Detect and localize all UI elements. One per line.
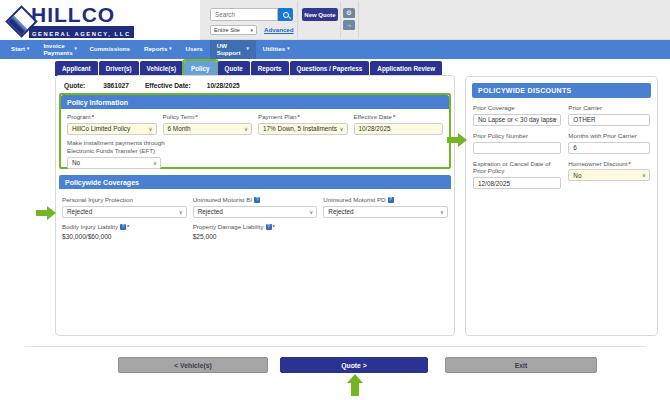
tab-policy[interactable]: Policy xyxy=(184,61,217,76)
policy-main-card: Quote: 3861027 Effective Date: 10/28/202… xyxy=(55,75,455,336)
info-icon[interactable]: ? xyxy=(254,197,260,203)
field-prior-coverage: Prior Coverage No Lapse or < 30 day laps… xyxy=(473,104,561,126)
uninsured-motorist-pd-select[interactable]: Rejected xyxy=(323,206,448,218)
program-select[interactable]: HillCo Limited Policy xyxy=(67,123,157,135)
info-icon[interactable]: ? xyxy=(120,224,126,230)
field-months-with-prior-carrier: Months with Prior Carrier xyxy=(568,132,650,154)
nav-item-start[interactable]: Start▾ xyxy=(4,40,36,59)
payment-plan-select[interactable]: 17% Down, 5 Installments xyxy=(258,123,348,135)
exit-button[interactable]: Exit xyxy=(445,357,597,373)
homeowner-discount-select[interactable]: No xyxy=(568,169,650,181)
quote-info-bar: Quote: 3861027 Effective Date: 10/28/202… xyxy=(56,76,454,93)
policy-term-select[interactable]: 6 Month xyxy=(163,123,253,135)
required-marker: * xyxy=(393,113,395,120)
dropdown-caret-icon: ▾ xyxy=(75,47,77,52)
effective-date-input[interactable] xyxy=(359,125,439,132)
annotation-arrow-bodily-injury xyxy=(36,206,56,220)
field-eft: Make installment payments through Electr… xyxy=(61,137,449,171)
policy-information-section: Policy Information Program* HillCo Limit… xyxy=(59,93,451,169)
company-logo: HILLCO GENERAL AGENCY, LLC xyxy=(8,4,134,38)
top-header: HILLCO GENERAL AGENCY, LLC Entire Site ▾… xyxy=(0,0,670,40)
quote-tabs: Applicant Driver(s) Vehicle(s) Policy Qu… xyxy=(55,61,443,76)
quote-number: 3861027 xyxy=(103,82,129,89)
annotation-arrow-prior-policy-number xyxy=(447,133,467,147)
search-button[interactable] xyxy=(278,8,293,21)
page: HILLCO GENERAL AGENCY, LLC Entire Site ▾… xyxy=(0,0,670,400)
back-vehicles-button[interactable]: < Vehicle(s) xyxy=(118,357,268,373)
tab-quote[interactable]: Quote xyxy=(218,61,250,76)
logout-button[interactable]: → xyxy=(343,20,355,30)
divider xyxy=(297,2,298,38)
personal-injury-protection-select[interactable]: Rejected xyxy=(62,206,187,218)
quote-next-button[interactable]: Quote > xyxy=(280,357,428,373)
prior-policy-number-input[interactable] xyxy=(478,144,556,151)
nav-item-uw-support[interactable]: UW Support▾ xyxy=(210,40,256,59)
required-marker: * xyxy=(273,223,275,230)
prior-coverage-select[interactable]: No Lapse or < 30 day lapse xyxy=(473,114,561,126)
policywide-coverages-section: Policywide Coverages Personal Injury Pro… xyxy=(56,172,454,243)
field-policy-term: Policy Term* 6 Month xyxy=(163,113,253,135)
months-with-prior-carrier-input[interactable] xyxy=(573,144,645,151)
nav-item-users[interactable]: Users xyxy=(179,40,210,59)
info-icon[interactable]: ? xyxy=(266,224,272,230)
field-homeowner-discount: Homeowner Discount* No xyxy=(568,160,650,182)
required-marker: * xyxy=(92,113,94,120)
gear-icon: ⚙ xyxy=(346,9,352,16)
policy-information-header: Policy Information xyxy=(61,95,449,109)
search-scope-select[interactable]: Entire Site ▾ xyxy=(210,25,257,35)
tab-applicant[interactable]: Applicant xyxy=(55,61,98,76)
main-nav: Start▾ Invoice Payments▾ Commissions Rep… xyxy=(0,40,670,59)
settings-button[interactable]: ⚙ xyxy=(343,8,355,18)
field-payment-plan: Payment Plan* 17% Down, 5 Installments xyxy=(258,113,348,135)
field-program: Program* HillCo Limited Policy xyxy=(67,113,157,135)
required-marker: * xyxy=(127,223,129,230)
required-marker: * xyxy=(195,113,197,120)
annotation-arrow-quote-button xyxy=(347,374,363,397)
nav-item-commissions[interactable]: Commissions xyxy=(82,40,137,59)
field-uninsured-motorist-bi: Uninsured Motorist BI? Rejected xyxy=(193,196,318,218)
new-quote-button[interactable]: New Quote xyxy=(302,8,338,21)
prior-carrier-input[interactable] xyxy=(573,116,645,123)
field-property-damage-liability: Property Damage Liability?* $25,000 xyxy=(193,223,318,240)
field-personal-injury-protection: Personal Injury Protection Rejected xyxy=(62,196,187,218)
tab-application-review[interactable]: Application Review xyxy=(370,61,442,76)
divider xyxy=(340,2,341,38)
advanced-search-link[interactable]: Advanced xyxy=(264,26,294,33)
chevron-down-icon: ▾ xyxy=(250,27,253,33)
eft-select[interactable]: No xyxy=(67,157,161,169)
dropdown-caret-icon: ▾ xyxy=(247,47,249,52)
dropdown-caret-icon: ▾ xyxy=(27,47,29,52)
bodily-injury-liability-value: $30,000/$60,000 xyxy=(62,233,187,240)
quote-label: Quote: xyxy=(64,82,85,89)
dropdown-caret-icon: ▾ xyxy=(287,47,289,52)
nav-item-utilities[interactable]: Utilities▾ xyxy=(256,40,297,59)
footer-divider xyxy=(25,346,645,347)
logout-icon: → xyxy=(346,21,353,28)
eft-label: Make installment payments through Electr… xyxy=(67,139,177,155)
property-damage-liability-value: $25,000 xyxy=(193,233,318,240)
tab-vehicles[interactable]: Vehicle(s) xyxy=(140,61,183,76)
header-utility-panel: Entire Site ▾ Advanced New Quote ⚙ → xyxy=(200,0,670,40)
prior-policy-expiration-input[interactable] xyxy=(478,180,556,187)
search-input[interactable] xyxy=(210,8,278,21)
logo-title: HILLCO xyxy=(29,4,134,29)
uninsured-motorist-bi-select[interactable]: Rejected xyxy=(193,206,318,218)
field-uninsured-motorist-pd: Uninsured Motorist PD? Rejected xyxy=(323,196,448,218)
tab-reports[interactable]: Reports xyxy=(251,61,289,76)
tab-drivers[interactable]: Driver(s) xyxy=(99,61,139,76)
required-marker: * xyxy=(629,160,631,167)
effective-date-label: Effective Date: xyxy=(145,82,191,89)
effective-date-value: 10/28/2025 xyxy=(207,82,240,89)
policywide-discounts-header: POLICYWIDE DISCOUNTS xyxy=(472,83,651,98)
search-icon xyxy=(283,12,289,18)
required-marker: * xyxy=(298,113,300,120)
dropdown-caret-icon: ▾ xyxy=(169,47,171,52)
nav-item-invoice-payments[interactable]: Invoice Payments▾ xyxy=(36,40,82,59)
nav-item-reports[interactable]: Reports▾ xyxy=(137,40,179,59)
policywide-discounts-card: POLICYWIDE DISCOUNTS Prior Coverage No L… xyxy=(465,76,658,336)
field-effective-date: Effective Date* xyxy=(354,113,444,135)
tab-questions-paperless[interactable]: Questions / Paperless xyxy=(290,61,370,76)
field-prior-policy-expiration: Expiration or Cancel Date of Prior Polic… xyxy=(473,160,561,190)
field-prior-carrier: Prior Carrier xyxy=(568,104,650,126)
info-icon[interactable]: ? xyxy=(388,197,394,203)
